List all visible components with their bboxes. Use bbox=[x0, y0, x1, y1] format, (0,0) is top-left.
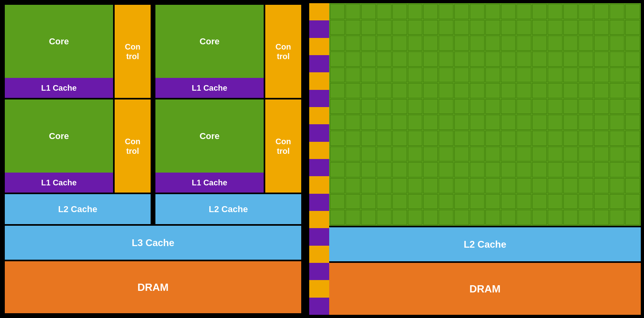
gpu-core-cell bbox=[485, 210, 500, 225]
gpu-core-cell bbox=[408, 20, 423, 35]
gpu-core-cell bbox=[423, 4, 438, 19]
gpu-core-cell bbox=[517, 131, 531, 146]
gpu-core-cell bbox=[610, 36, 624, 51]
gpu-core-cell bbox=[563, 131, 578, 146]
gpu-stripe-6 bbox=[309, 107, 329, 124]
gpu-core-cell bbox=[454, 36, 469, 51]
top-left-core-group: Core L1 Cache Control bbox=[5, 5, 151, 98]
gpu-stripe-9 bbox=[309, 159, 329, 176]
gpu-core-cell bbox=[563, 210, 578, 225]
top-cores-row: Core L1 Cache Control Core L1 Cache bbox=[5, 5, 301, 98]
gpu-core-cell bbox=[563, 115, 578, 130]
gpu-core-cell bbox=[594, 36, 609, 51]
gpu-core-cell bbox=[594, 99, 609, 114]
l2-cache-right: L2 Cache bbox=[155, 194, 301, 224]
gpu-core-cell bbox=[439, 36, 453, 51]
gpu-core-cell bbox=[408, 36, 423, 51]
gpu-core-cell bbox=[610, 147, 624, 162]
gpu-core-cell bbox=[361, 4, 376, 19]
gpu-core-cell bbox=[594, 147, 609, 162]
cpu-dram: DRAM bbox=[5, 261, 301, 313]
gpu-stripe-2 bbox=[309, 38, 329, 55]
gpu-core-cell bbox=[392, 68, 407, 83]
gpu-core-cell bbox=[330, 83, 345, 98]
gpu-core-cell bbox=[485, 83, 500, 98]
gpu-core-cell bbox=[361, 99, 376, 114]
gpu-core-cell bbox=[423, 210, 438, 225]
gpu-core-cell bbox=[470, 210, 485, 225]
gpu-core-cell bbox=[578, 194, 593, 209]
gpu-core-cell bbox=[439, 147, 453, 162]
gpu-core-cell bbox=[330, 131, 345, 146]
gpu-core-cell bbox=[625, 4, 640, 19]
gpu-core-cell bbox=[361, 115, 376, 130]
gpu-core-cell bbox=[578, 20, 593, 35]
gpu-core-cell bbox=[454, 52, 469, 67]
gpu-l2-cache: L2 Cache bbox=[329, 227, 641, 261]
gpu-core-cell bbox=[548, 52, 563, 67]
gpu-core-cell bbox=[361, 162, 376, 177]
gpu-core-cell bbox=[361, 20, 376, 35]
gpu-core-cell bbox=[625, 115, 640, 130]
gpu-core-cell bbox=[470, 194, 485, 209]
gpu-core-cell bbox=[408, 4, 423, 19]
gpu-core-cell bbox=[532, 4, 547, 19]
gpu-core-cell bbox=[578, 68, 593, 83]
gpu-core-cell bbox=[625, 210, 640, 225]
gpu-core-cell bbox=[392, 162, 407, 177]
gpu-core-cell bbox=[454, 178, 469, 193]
gpu-core-cell bbox=[563, 52, 578, 67]
gpu-core-cell bbox=[346, 36, 360, 51]
gpu-core-cell bbox=[563, 36, 578, 51]
gpu-diagram: L2 Cache DRAM bbox=[309, 3, 641, 315]
gpu-core-cell bbox=[408, 131, 423, 146]
gpu-core-cell bbox=[377, 83, 392, 98]
gpu-core-cell bbox=[439, 194, 453, 209]
gpu-core-cell bbox=[454, 162, 469, 177]
top-right-core-stack: Core L1 Cache bbox=[155, 5, 264, 98]
gpu-core-cell bbox=[485, 194, 500, 209]
gpu-core-cell bbox=[454, 83, 469, 98]
gpu-core-cell bbox=[423, 147, 438, 162]
gpu-core-cell bbox=[501, 20, 516, 35]
gpu-core-cell bbox=[578, 83, 593, 98]
gpu-core-cell bbox=[517, 115, 531, 130]
gpu-core-cell bbox=[625, 20, 640, 35]
gpu-core-cell bbox=[532, 52, 547, 67]
gpu-core-cell bbox=[610, 162, 624, 177]
gpu-core-cell bbox=[330, 36, 345, 51]
gpu-core-cell bbox=[470, 36, 485, 51]
l2-cache-left: L2 Cache bbox=[5, 194, 151, 224]
gpu-core-cell bbox=[346, 99, 360, 114]
gpu-core-cell bbox=[548, 178, 563, 193]
gpu-core-cell bbox=[501, 68, 516, 83]
gpu-core-cell bbox=[501, 178, 516, 193]
gpu-core-cell bbox=[346, 68, 360, 83]
gpu-core-cell bbox=[517, 99, 531, 114]
gpu-core-cell bbox=[377, 68, 392, 83]
gpu-core-cell bbox=[470, 52, 485, 67]
gpu-core-cell bbox=[594, 68, 609, 83]
bottom-right-core-stack: Core L1 Cache bbox=[155, 99, 264, 193]
gpu-core-cell bbox=[610, 131, 624, 146]
gpu-core-cell bbox=[563, 83, 578, 98]
gpu-core-cell bbox=[532, 99, 547, 114]
gpu-core-cell bbox=[610, 4, 624, 19]
gpu-core-cell bbox=[361, 36, 376, 51]
gpu-core-cell bbox=[439, 83, 453, 98]
bottom-left-core-stack: Core L1 Cache bbox=[5, 99, 113, 193]
gap-top bbox=[152, 5, 154, 98]
gpu-core-cell bbox=[594, 162, 609, 177]
l1-cache-bottom-left: L1 Cache bbox=[5, 173, 113, 193]
gpu-core-cell bbox=[454, 115, 469, 130]
gpu-core-cell bbox=[625, 131, 640, 146]
gpu-stripe-1 bbox=[309, 20, 329, 38]
gpu-core-cell bbox=[517, 83, 531, 98]
gpu-core-cell bbox=[470, 20, 485, 35]
gpu-core-cell bbox=[578, 36, 593, 51]
gpu-core-cell bbox=[439, 52, 453, 67]
l3-cache: L3 Cache bbox=[5, 226, 301, 260]
gpu-core-cell bbox=[594, 131, 609, 146]
gpu-core-cell bbox=[578, 162, 593, 177]
core-top-left: Core bbox=[5, 5, 113, 78]
